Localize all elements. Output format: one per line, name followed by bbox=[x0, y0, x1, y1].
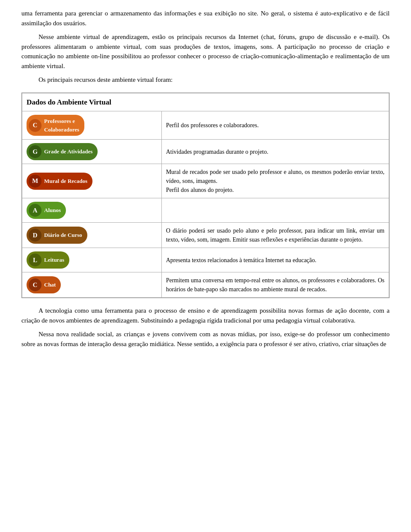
feature-badge: MMural de Recados bbox=[27, 173, 92, 190]
badge-text: Mural de Recados bbox=[44, 177, 87, 185]
badge-letter: A bbox=[29, 204, 42, 217]
paragraph-4: A tecnologia como uma ferramenta para o … bbox=[21, 306, 390, 325]
feature-badge: LLeituras bbox=[27, 251, 69, 269]
description-cell: Permitem uma conversa em tempo-real entr… bbox=[161, 272, 389, 298]
badge-cell: AAlunos bbox=[22, 198, 162, 223]
badge-cell: LLeituras bbox=[22, 248, 162, 272]
feature-badge: GGrade de Atividades bbox=[27, 143, 98, 160]
badge-cell: CProfessores eColaboradores bbox=[22, 111, 162, 140]
paragraph-5: Nessa nova realidade social, as crianças… bbox=[21, 329, 390, 349]
badge-letter: D bbox=[29, 229, 42, 242]
table-title: Dados do Ambiente Virtual bbox=[27, 98, 111, 106]
badge-cell: MMural de Recados bbox=[22, 164, 162, 198]
table-row: CProfessores eColaboradoresPerfil dos pr… bbox=[22, 111, 389, 140]
feature-badge: CChat bbox=[27, 276, 61, 293]
table-row: LLeiturasApresenta textos relacionados à… bbox=[22, 248, 389, 272]
dados-ambiente-virtual-table: Dados do Ambiente Virtual CProfessores e… bbox=[21, 93, 390, 299]
feature-badge: CProfessores eColaboradores bbox=[27, 115, 84, 136]
badge-text: Diário de Curso bbox=[44, 231, 82, 239]
table-row: CChatPermitem uma conversa em tempo-real… bbox=[22, 272, 389, 298]
table-row: DDiário de CursoO diário poderá ser usad… bbox=[22, 223, 389, 248]
description-cell: Perfil dos professores e colaboradores. bbox=[161, 111, 389, 140]
badge-text: Leituras bbox=[44, 256, 64, 264]
paragraph-2: Nesse ambiente virtual de aprendizagem, … bbox=[21, 32, 390, 71]
page-content: uma ferramenta para gerenciar o armazena… bbox=[21, 9, 390, 349]
badge-text: Grade de Atividades bbox=[44, 147, 92, 156]
badge-cell: GGrade de Atividades bbox=[22, 140, 162, 164]
badge-text: Alunos bbox=[44, 206, 61, 215]
description-cell: Apresenta textos relacionados à temática… bbox=[161, 248, 389, 272]
table-row: AAlunos bbox=[22, 198, 389, 223]
badge-cell: DDiário de Curso bbox=[22, 223, 162, 248]
badge-text: Chat bbox=[44, 281, 56, 289]
badge-letter: M bbox=[29, 175, 42, 188]
badge-letter: G bbox=[29, 145, 42, 158]
description-cell: Atividades programadas durante o projeto… bbox=[161, 140, 389, 164]
badge-letter: C bbox=[29, 119, 42, 132]
badge-letter: L bbox=[29, 254, 42, 266]
feature-badge: AAlunos bbox=[27, 202, 66, 219]
badge-cell: CChat bbox=[22, 272, 162, 298]
description-cell bbox=[161, 198, 389, 223]
paragraph-1: uma ferramenta para gerenciar o armazena… bbox=[21, 9, 390, 28]
paragraph-3: Os principais recursos deste ambiente vi… bbox=[21, 75, 390, 85]
feature-badge: DDiário de Curso bbox=[27, 227, 87, 244]
description-cell: O diário poderá ser usado pelo aluno e p… bbox=[161, 223, 389, 248]
badge-letter: C bbox=[29, 278, 42, 291]
table-row: GGrade de AtividadesAtividades programad… bbox=[22, 140, 389, 164]
description-cell: Mural de recados pode ser usado pelo pro… bbox=[161, 164, 389, 198]
table-row: MMural de RecadosMural de recados pode s… bbox=[22, 164, 389, 198]
badge-text: Professores eColaboradores bbox=[44, 117, 79, 134]
